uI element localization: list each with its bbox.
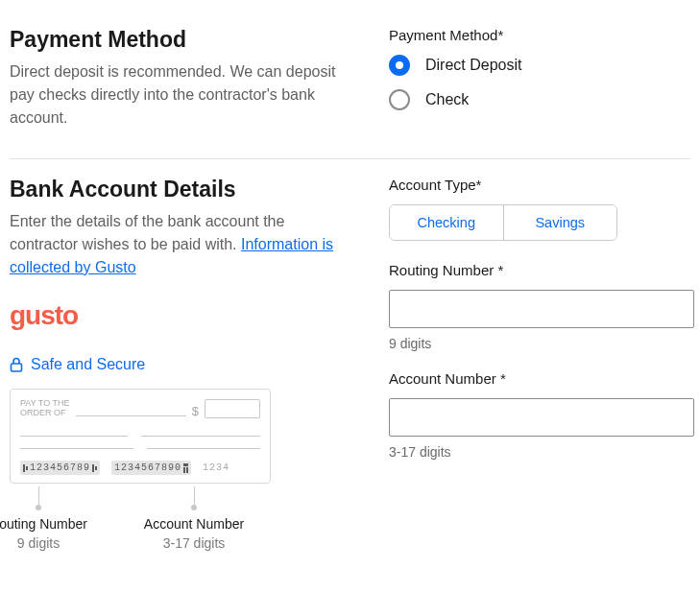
micr-check-num: 1234 — [203, 462, 229, 473]
lock-icon — [10, 357, 23, 372]
pointer-account-sub: 3-17 digits — [163, 535, 226, 551]
account-number-input[interactable] — [389, 398, 694, 437]
micr-account-box: 1234567890 — [111, 461, 191, 475]
pointer-routing-sub: 9 digits — [17, 535, 60, 551]
svg-rect-4 — [95, 466, 97, 470]
bank-details-section: Bank Account Details Enter the details o… — [10, 159, 690, 551]
radio-check[interactable]: Check — [389, 89, 690, 110]
check-amount-box — [205, 399, 260, 418]
svg-rect-3 — [92, 464, 94, 472]
micr-routing-box: 123456789 — [20, 461, 100, 475]
payment-method-title: Payment Method — [10, 27, 350, 53]
account-number-label: Account Number * — [389, 370, 694, 387]
payment-method-label: Payment Method* — [389, 27, 690, 43]
routing-number-hint: 9 digits — [389, 336, 694, 351]
routing-number-label: Routing Number * — [389, 262, 694, 278]
account-type-savings-button[interactable]: Savings — [503, 205, 617, 240]
radio-label-check: Check — [425, 91, 469, 108]
svg-rect-2 — [26, 466, 28, 470]
pointer-routing: Routing Number 9 digits — [0, 486, 104, 551]
account-type-segmented: Checking Savings — [389, 204, 617, 241]
check-payee-line — [76, 415, 186, 416]
svg-rect-1 — [23, 464, 25, 472]
radio-direct-deposit[interactable]: Direct Deposit — [389, 55, 690, 76]
gusto-logo-text: gusto — [10, 300, 78, 331]
check-bottom-lines — [20, 448, 260, 449]
pointer-account-label: Account Number — [144, 516, 244, 532]
check-pointers: Routing Number 9 digits Account Number 3… — [10, 486, 271, 551]
payment-method-section: Payment Method Direct deposit is recomme… — [10, 10, 690, 158]
bank-details-form: Account Type* Checking Savings Routing N… — [389, 177, 694, 551]
svg-rect-6 — [183, 467, 185, 473]
safe-secure-text: Safe and Secure — [31, 356, 145, 373]
payment-method-form: Payment Method* Direct Deposit Check — [389, 27, 690, 130]
check-mid-lines — [20, 436, 260, 437]
radio-icon-unselected — [389, 89, 410, 110]
svg-rect-5 — [183, 463, 188, 466]
pointer-account: Account Number 3-17 digits — [129, 486, 259, 551]
pointer-routing-label: Routing Number — [0, 516, 87, 532]
svg-rect-0 — [12, 364, 22, 371]
check-pay-to-text: PAY TO THE ORDER OF — [20, 399, 70, 418]
payment-method-info: Payment Method Direct deposit is recomme… — [10, 27, 350, 130]
check-top-row: PAY TO THE ORDER OF $ — [20, 399, 260, 418]
micr-routing-sample: 123456789 — [30, 462, 90, 473]
payment-method-radio-group: Direct Deposit Check — [389, 55, 690, 110]
check-micr-row: 123456789 1234567890 1234 — [20, 461, 260, 475]
bank-details-info: Bank Account Details Enter the details o… — [10, 177, 350, 551]
svg-rect-7 — [186, 467, 188, 473]
payment-method-description: Direct deposit is recommended. We can de… — [10, 60, 350, 130]
check-illustration: PAY TO THE ORDER OF $ 123456789 12345678… — [10, 389, 271, 484]
bank-details-description: Enter the details of the bank account th… — [10, 210, 350, 279]
micr-account-sample: 1234567890 — [114, 462, 181, 473]
gusto-logo: gusto — [10, 300, 350, 331]
routing-number-input[interactable] — [389, 290, 694, 328]
account-type-checking-button[interactable]: Checking — [390, 205, 503, 240]
account-number-hint: 3-17 digits — [389, 444, 694, 460]
bank-details-title: Bank Account Details — [10, 177, 350, 202]
safe-secure-badge: Safe and Secure — [10, 356, 350, 373]
check-dollar-sign: $ — [192, 405, 199, 418]
account-type-label: Account Type* — [389, 177, 694, 193]
radio-icon-selected — [389, 55, 410, 76]
radio-label-direct-deposit: Direct Deposit — [425, 57, 521, 74]
